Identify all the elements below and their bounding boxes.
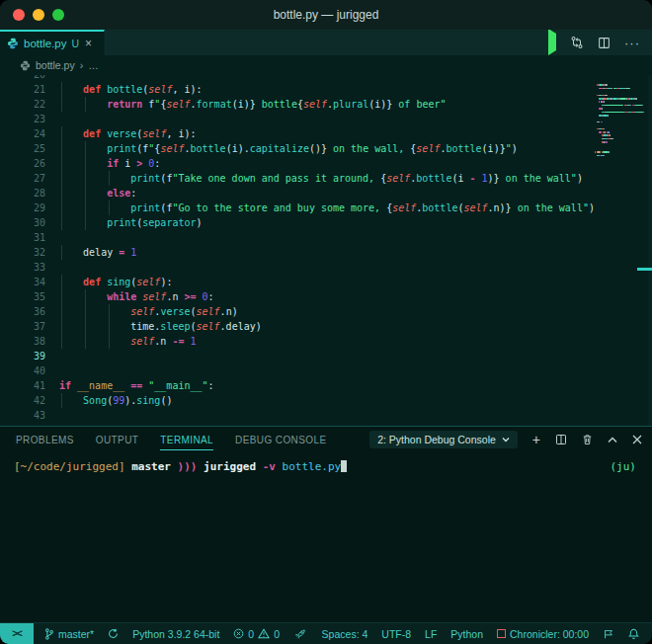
code-line[interactable]: 20: [0, 75, 652, 82]
eol-item[interactable]: LF: [418, 628, 444, 640]
minimap[interactable]: [595, 81, 642, 200]
split-terminal-icon[interactable]: [555, 434, 567, 445]
terminal-pane[interactable]: [~/code/jurigged] master ))) jurigged -v…: [0, 452, 652, 622]
line-number: 34: [0, 275, 45, 289]
chronicler-label: Chronicler: 00:00: [510, 628, 589, 640]
code-line[interactable]: 26 if i > 0:: [0, 156, 652, 171]
code-line[interactable]: 25 print(f"{self.bottle(i).capitalize()}…: [0, 141, 652, 156]
tab-filename: bottle.py: [24, 38, 66, 49]
feedback-item[interactable]: [596, 628, 621, 640]
code-line[interactable]: 30 print(separator): [0, 215, 652, 230]
code-line[interactable]: 37 time.sleep(self.delay): [0, 319, 652, 334]
line-number: 25: [0, 141, 45, 156]
line-number: 36: [0, 304, 45, 319]
problems-item[interactable]: 0 0: [226, 628, 286, 640]
line-number: 31: [0, 230, 45, 245]
line-number: 41: [0, 378, 45, 393]
code-line[interactable]: 40: [0, 363, 652, 378]
eol-label: LF: [425, 628, 437, 640]
breadcrumb[interactable]: bottle.py › …: [0, 55, 652, 75]
tab-output[interactable]: OUTPUT: [96, 429, 139, 450]
feedback-icon: [603, 628, 614, 640]
error-icon: [233, 628, 244, 639]
split-editor-icon[interactable]: [598, 37, 611, 49]
line-number: 24: [0, 126, 45, 141]
sync-item[interactable]: [101, 628, 125, 639]
breadcrumb-file[interactable]: bottle.py: [36, 59, 75, 71]
tab-close-icon[interactable]: ×: [85, 37, 92, 50]
code-line[interactable]: 42 Song(99).sing(): [0, 393, 652, 408]
notifications-item[interactable]: [621, 628, 646, 640]
branch-label: master*: [58, 628, 94, 640]
error-count: 0: [248, 628, 254, 640]
breadcrumb-more[interactable]: …: [88, 59, 99, 71]
line-number: 29: [0, 201, 45, 215]
panel-header: PROBLEMS OUTPUT TERMINAL DEBUG CONSOLE 2…: [0, 426, 652, 452]
line-number: 22: [0, 97, 45, 112]
editor-tab-strip: bottle.py U × ···: [0, 30, 652, 55]
warning-icon: [258, 628, 270, 639]
code-line[interactable]: 32 delay = 1: [0, 245, 652, 260]
git-branch-icon: [44, 628, 54, 640]
terminal-selector-dropdown[interactable]: 2: Python Debug Console: [369, 431, 518, 448]
code-line[interactable]: 29 print(f"Go to the store and buy some …: [0, 201, 652, 215]
line-number: 42: [0, 393, 45, 408]
code-line[interactable]: 39: [0, 349, 652, 363]
status-bar: >< master* Python 3.9.2 64-bit: [0, 622, 652, 644]
indentation-item[interactable]: Spaces: 4: [315, 628, 375, 640]
encoding-item[interactable]: UTF-8: [374, 628, 418, 640]
new-terminal-button[interactable]: +: [532, 432, 540, 447]
code-line[interactable]: 34 def sing(self):: [0, 275, 652, 289]
code-line[interactable]: 28 else:: [0, 186, 652, 201]
git-branch-item[interactable]: master*: [38, 628, 101, 640]
code-line[interactable]: 33: [0, 260, 652, 275]
vscode-window: bottle.py — jurigged bottle.py U ×: [0, 0, 652, 644]
code-line[interactable]: 35 while self.n >= 0:: [0, 289, 652, 304]
code-line[interactable]: 43: [0, 408, 652, 423]
language-mode-item[interactable]: Python: [444, 628, 490, 640]
line-number: 30: [0, 215, 45, 230]
line-number: 21: [0, 82, 45, 97]
maximize-panel-icon[interactable]: [608, 437, 617, 443]
close-panel-icon[interactable]: [632, 435, 642, 444]
tab-git-status: U: [71, 38, 79, 49]
editor-scrollbar[interactable]: [648, 75, 652, 426]
remote-indicator[interactable]: ><: [0, 623, 34, 644]
terminal-selector-value: 2: Python Debug Console: [377, 434, 496, 445]
line-number: 20: [0, 75, 45, 82]
overview-ruler-mark: [637, 268, 652, 271]
line-number: 40: [0, 363, 45, 378]
terminal-prompt-line: [~/code/jurigged] master ))) jurigged -v…: [14, 460, 638, 473]
python-interpreter-item[interactable]: Python 3.9.2 64-bit: [125, 628, 226, 640]
kill-terminal-icon[interactable]: [582, 434, 593, 445]
line-number: 39: [0, 349, 45, 363]
code-editor[interactable]: 2021 def bottle(self, i):22 return f"{se…: [0, 75, 652, 426]
tab-problems[interactable]: PROBLEMS: [16, 429, 74, 450]
code-line[interactable]: 41if __name__ == "__main__":: [0, 378, 652, 393]
code-line[interactable]: 36 self.verse(self.n): [0, 304, 652, 319]
run-python-file-button[interactable]: [548, 34, 556, 51]
code-line[interactable]: 24 def verse(self, i):: [0, 126, 652, 141]
window-title: bottle.py — jurigged: [0, 8, 652, 22]
rocket-item[interactable]: [286, 628, 313, 640]
code-line[interactable]: 23: [0, 112, 652, 126]
code-line[interactable]: 38 self.n -= 1: [0, 334, 652, 349]
code-line[interactable]: 21 def bottle(self, i):: [0, 82, 652, 97]
python-version-label: Python 3.9.2 64-bit: [132, 628, 219, 640]
code-line[interactable]: 22 return f"{self.format(i)} bottle{self…: [0, 97, 652, 112]
more-actions-icon[interactable]: ···: [624, 36, 640, 50]
line-number: 35: [0, 289, 45, 304]
chronicler-item[interactable]: Chronicler: 00:00: [490, 628, 596, 640]
line-number: 28: [0, 186, 45, 201]
line-number: 43: [0, 408, 45, 423]
tab-terminal[interactable]: TERMINAL: [160, 429, 213, 450]
line-number: 33: [0, 260, 45, 275]
breadcrumb-separator: ›: [80, 59, 84, 71]
code-line[interactable]: 27 print(f"Take one down and pass it aro…: [0, 171, 652, 186]
sync-icon: [108, 628, 119, 639]
open-changes-icon[interactable]: [570, 36, 584, 49]
tab-bottle-py[interactable]: bottle.py U ×: [0, 30, 105, 55]
tab-debug-console[interactable]: DEBUG CONSOLE: [235, 429, 326, 450]
code-line[interactable]: 31: [0, 230, 652, 245]
line-number: 38: [0, 334, 45, 349]
